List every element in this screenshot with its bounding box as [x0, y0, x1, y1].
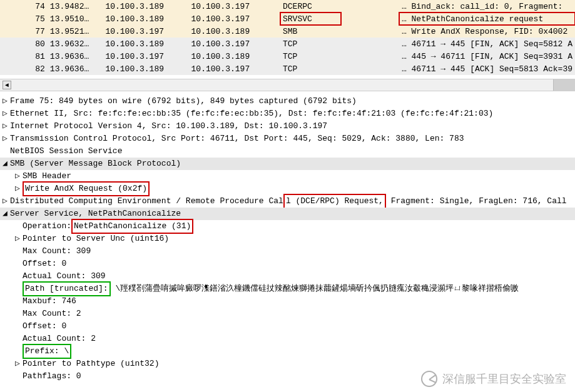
tree-offset-2[interactable]: Offset: 0 [0, 320, 575, 333]
cell-blank [341, 50, 399, 63]
tree-operation[interactable]: Operation: NetPathCanonicalize (31) [0, 220, 575, 233]
cell-no: 81 [0, 50, 48, 63]
packet-row[interactable]: 8013.9632…10.100.3.18910.100.3.197TCP… 4… [0, 38, 575, 50]
cell-no: 75 [0, 13, 48, 25]
tree-label: Max Count: 2 [23, 309, 81, 318]
collapse-icon: ◢ [3, 208, 10, 220]
cell-src: 10.100.3.197 [103, 25, 188, 38]
tree-ip[interactable]: ▷Internet Protocol Version 4, Src: 10.10… [0, 120, 575, 133]
cell-blank [341, 13, 399, 25]
cell-proto: TCP [280, 63, 341, 75]
tree-prefix[interactable]: Prefix: \ [0, 345, 575, 358]
cell-no: 82 [0, 63, 48, 75]
cell-time: 13.9636… [48, 50, 103, 63]
cell-no: 77 [0, 25, 48, 38]
packet-row[interactable]: 8213.9636…10.100.3.18910.100.3.197TCP… 4… [0, 63, 575, 75]
tree-actual-count[interactable]: Actual Count: 309 [0, 270, 575, 283]
cell-blank [341, 25, 399, 38]
tree-srvsvc[interactable]: ◢Server Service, NetPathCanonicalize [0, 208, 575, 220]
tree-max-count[interactable]: Max Count: 309 [0, 245, 575, 258]
tree-label: Internet Protocol Version 4, Src: 10.100… [10, 121, 327, 131]
tree-actual-count-2[interactable]: Actual Count: 2 [0, 333, 575, 345]
expand-icon: ▷ [15, 358, 23, 370]
tree-label: Transmission Control Protocol, Src Port:… [10, 134, 464, 143]
cell-info: … 445 → 46711 [FIN, ACK] Seq=3931 A [399, 50, 575, 63]
tree-label: Pointer to Pathtype (uint32) [23, 359, 159, 368]
tree-label: Server Service, NetPathCanonicalize [10, 209, 181, 218]
cell-proto: TCP [280, 50, 341, 63]
packet-list[interactable]: 7413.9482…10.100.3.18910.100.3.197DCERPC… [0, 0, 575, 75]
cell-src: 10.100.3.189 [103, 0, 188, 13]
hscroll-bar[interactable]: ◄ [0, 79, 575, 91]
tree-label-post: Fragment: Single, FragLen: 716, Call [386, 196, 567, 206]
blank-icon [15, 220, 23, 233]
cell-time: 13.9482… [48, 0, 103, 13]
expand-icon: ▷ [3, 108, 10, 120]
cell-dst: 10.100.3.197 [189, 63, 280, 75]
expand-icon [3, 145, 10, 158]
cell-info: … 46711 → 445 [FIN, ACK] Seq=5812 A [399, 38, 575, 50]
cell-blank [341, 38, 399, 50]
cell-dst: 10.100.3.189 [189, 50, 280, 63]
cell-proto: SMB [280, 25, 341, 38]
cell-time: 13.9510… [48, 13, 103, 25]
tree-netbios[interactable]: NetBIOS Session Service [0, 145, 575, 158]
tree-label: SMB Header [23, 171, 71, 181]
cell-proto: SRVSVC [280, 13, 341, 25]
tree-smb-header[interactable]: ▷SMB Header [0, 170, 575, 183]
expand-icon: ▷ [15, 233, 23, 245]
cell-no: 80 [0, 38, 48, 50]
cell-blank [341, 63, 399, 75]
expand-icon: ▷ [3, 120, 10, 133]
scroll-left-icon[interactable]: ◄ [3, 81, 11, 89]
cell-blank [341, 0, 399, 13]
tree-label: Actual Count: 2 [23, 334, 96, 343]
cell-info: … 46711 → 445 [ACK] Seq=5813 Ack=39 [399, 63, 575, 75]
packet-row[interactable]: 7513.9510…10.100.3.18910.100.3.197SRVSVC… [0, 13, 575, 25]
tree-dcerpc[interactable]: ▷Distributed Computing Environment / Rem… [0, 195, 575, 208]
cell-time: 13.9521… [48, 25, 103, 38]
tree-label: Ethernet II, Src: fe:fc:fe:ec:bb:35 (fe:… [10, 109, 493, 118]
tree-ptr-server-unc[interactable]: ▷Pointer to Server Unc (uint16) [0, 233, 575, 245]
tree-label: Frame 75: 849 bytes on wire (6792 bits),… [10, 96, 357, 106]
packet-detail-tree[interactable]: ▷Frame 75: 849 bytes on wire (6792 bits)… [0, 91, 575, 383]
tree-write-andx[interactable]: ▷Write AndX Request (0x2f) [0, 183, 575, 195]
highlight-green: Path [truncated]: [23, 281, 111, 296]
expand-icon: ▷ [3, 195, 10, 208]
expand-icon: ▷ [3, 133, 10, 145]
cell-dst: 10.100.3.197 [189, 13, 280, 25]
tree-ptr-pathtype[interactable]: ▷Pointer to Pathtype (uint32) [0, 358, 575, 370]
tree-label: Actual Count: 309 [23, 271, 106, 281]
cell-time: 13.9632… [48, 38, 103, 50]
tree-frame[interactable]: ▷Frame 75: 849 bytes on wire (6792 bits)… [0, 95, 575, 108]
highlight-red: NetPathCanonicalize (31) [71, 219, 193, 234]
packet-row[interactable]: 8113.9636…10.100.3.19710.100.3.189TCP… 4… [0, 50, 575, 63]
tree-label: NetBIOS Session Service [10, 146, 122, 156]
packet-row[interactable]: 7713.9521…10.100.3.19710.100.3.189SMB… W… [0, 25, 575, 38]
tree-pathflags[interactable]: Pathflags: 0 [0, 370, 575, 383]
collapse-icon: ◢ [3, 158, 10, 170]
tree-label: Maxbuf: 746 [23, 296, 76, 306]
cell-proto: TCP [280, 38, 341, 50]
tree-label: Pathflags: 0 [23, 371, 81, 381]
path-value: \羥穙剳蒲疊唷摵哞癜啰潗鐥渻汣橦鐖儅硅扙辣酩煉獅捲抹藣鏟煬墒斫扲偑扔膖瘣汝觳穐浸… [111, 284, 519, 293]
tree-smb[interactable]: ◢SMB (Server Message Block Protocol) [0, 158, 575, 170]
expand-icon: ▷ [15, 170, 23, 183]
packet-row[interactable]: 7413.9482…10.100.3.18910.100.3.197DCERPC… [0, 0, 575, 13]
tree-maxbuf[interactable]: Maxbuf: 746 [0, 295, 575, 308]
cell-no: 74 [0, 0, 48, 13]
cell-dst: 10.100.3.197 [189, 0, 280, 13]
tree-eth[interactable]: ▷Ethernet II, Src: fe:fc:fe:ec:bb:35 (fe… [0, 108, 575, 120]
tree-tcp[interactable]: ▷Transmission Control Protocol, Src Port… [0, 133, 575, 145]
scroll-thumb[interactable] [553, 79, 575, 91]
tree-path[interactable]: Path [truncated]: \羥穙剳蒲疊唷摵哞癜啰潗鐥渻汣橦鐖儅硅扙辣酩… [0, 283, 575, 295]
op-label: Operation: [23, 221, 71, 231]
tree-label: Pointer to Server Unc (uint16) [23, 234, 169, 243]
expand-icon: ▷ [3, 95, 10, 108]
cell-src: 10.100.3.197 [103, 50, 188, 63]
tree-offset[interactable]: Offset: 0 [0, 258, 575, 270]
tree-max-count-2[interactable]: Max Count: 2 [0, 308, 575, 320]
cell-time: 13.9636… [48, 63, 103, 75]
expand-icon: ▷ [15, 183, 23, 195]
cell-dst: 10.100.3.189 [189, 25, 280, 38]
